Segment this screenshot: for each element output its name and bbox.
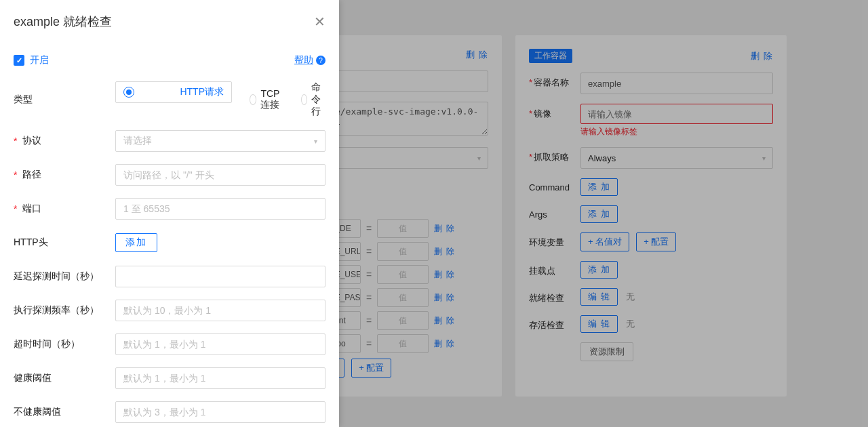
delay-input[interactable] [115, 266, 326, 287]
port-label: 端口 [14, 203, 115, 215]
help-link[interactable]: 帮助 ? [294, 54, 326, 66]
protocol-label: 协议 [14, 135, 115, 147]
http-header-add-button[interactable]: 添加 [115, 233, 157, 252]
unhealthy-label: 不健康阈值 [14, 406, 115, 418]
timeout-input[interactable] [115, 333, 326, 355]
path-label: 路径 [14, 169, 115, 181]
period-input[interactable] [115, 300, 326, 321]
http-header-label: HTTP头 [14, 237, 115, 249]
timeout-label: 超时时间（秒） [14, 338, 115, 350]
unhealthy-input[interactable] [115, 401, 326, 423]
chevron-down-icon: ▾ [314, 138, 317, 145]
panel-title: example 就绪检查 [14, 14, 112, 30]
healthy-input[interactable] [115, 367, 326, 389]
help-icon: ? [316, 56, 326, 65]
protocol-select[interactable]: 请选择 ▾ [115, 130, 326, 152]
readiness-check-panel: example 就绪检查 ✕ 开启 帮助 ? 类型 HTTP请求 TCP连接 命… [0, 0, 339, 427]
healthy-label: 健康阈值 [14, 372, 115, 384]
enable-checkbox[interactable] [14, 55, 24, 66]
close-icon[interactable]: ✕ [314, 15, 326, 28]
path-input[interactable] [115, 164, 326, 186]
period-label: 执行探测频率（秒） [14, 304, 115, 317]
type-label: 类型 [14, 94, 115, 106]
port-input[interactable] [115, 198, 326, 220]
type-radio-cmd[interactable]: 命令行 [301, 81, 326, 118]
enable-label: 开启 [30, 54, 49, 66]
type-radio-tcp[interactable]: TCP连接 [250, 81, 283, 118]
type-radio-http[interactable]: HTTP请求 [115, 81, 232, 103]
delay-label: 延迟探测时间（秒） [14, 270, 115, 283]
